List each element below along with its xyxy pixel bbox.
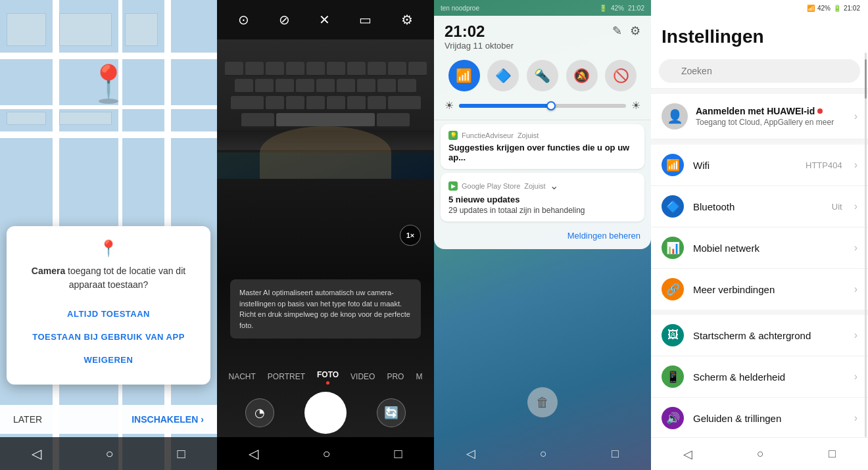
settings-row-bluetooth[interactable]: 🔷 Bluetooth Uit › (651, 186, 868, 227)
settings-section-connectivity: 📶 Wifi HTTP404 › 🔷 Bluetooth Uit › 📊 Mob… (651, 145, 868, 310)
pin-icon: 📍 (89, 66, 128, 97)
back-button[interactable]: ◁ (683, 447, 692, 461)
camera-modes: NACHT PORTRET FOTO VIDEO PRO M (217, 368, 434, 385)
time-date-block: 21:02 Vrijdag 11 oktober (445, 24, 514, 51)
account-avatar: 👤 (662, 103, 688, 129)
settings-section-display: 🖼 Startscherm & achtergrond › 📱 Scherm &… (651, 315, 868, 437)
home-button[interactable]: ○ (105, 446, 113, 461)
edit-icon[interactable]: ✎ (612, 24, 622, 38)
mode-foto-container: FOTO (317, 368, 339, 385)
settings-search-bar: 🔍 (651, 54, 868, 89)
back-button[interactable]: ◁ (466, 446, 475, 461)
settings-row-mobile-network[interactable]: 📊 Mobiel netwerk › (651, 227, 868, 269)
camera-settings-icon[interactable]: ⚙ (401, 12, 413, 28)
search-input[interactable] (659, 59, 860, 83)
status-time: 21:02 (844, 5, 860, 12)
camera-mode-icon[interactable]: ⊙ (238, 12, 249, 28)
ai-tooltip: Master AI optimaliseert automatisch uw c… (230, 279, 421, 339)
camera-ratio-icon[interactable]: ▭ (359, 12, 372, 28)
panel-notifications: ten noodproe 🔋 42% 21:02 21:02 Vrijdag 1… (434, 0, 651, 470)
later-button[interactable]: LATER (13, 414, 42, 425)
allow-when-using-button[interactable]: TOESTAAN BIJ GEBRUIK VAN APP (17, 325, 200, 348)
quick-toggles: 📶 🔷 🔦 🔕 🚫 (434, 56, 651, 95)
header-icons: ✎ ⚙ (612, 24, 640, 38)
homescreen-label: Startscherm & achtergrond (693, 330, 845, 341)
notif-time-1: Zojuist (518, 131, 539, 139)
notif-title-1: Suggesties krijgen over functies die u o… (448, 143, 637, 162)
settings-row-display[interactable]: 📱 Scherm & helderheid › (651, 356, 868, 398)
mobile-network-chevron: › (854, 242, 857, 254)
settings-row-sound[interactable]: 🔊 Geluiden & trillingen › (651, 398, 868, 437)
sound-toggle[interactable]: 🔕 (566, 60, 598, 91)
bluetooth-toggle[interactable]: 🔷 (487, 60, 519, 91)
enable-button[interactable]: INSCHAKELEN › (132, 414, 204, 425)
notif-card-1-header: 💡 FunctieAdviseur Zojuist (448, 131, 637, 140)
mode-pro[interactable]: PRO (387, 372, 404, 381)
notif-title-2: 5 nieuwe updates (448, 195, 637, 204)
back-button[interactable]: ◁ (249, 446, 258, 461)
bluetooth-label: Bluetooth (693, 201, 823, 212)
camera-filter-icon[interactable]: ✕ (319, 12, 330, 28)
notification-time: 21:02 (445, 24, 514, 39)
battery-status: 42% (817, 5, 831, 12)
zoom-badge[interactable]: 1× (400, 225, 421, 246)
manage-notifications-button[interactable]: Meldingen beheren (567, 231, 640, 241)
flip-camera-button[interactable]: 🔄 (377, 398, 406, 427)
mode-more[interactable]: M (416, 372, 422, 381)
recents-button[interactable]: □ (829, 447, 836, 461)
play-store-icon: ▶ (448, 181, 458, 191)
battery-percent: 42% (611, 5, 624, 12)
homescreen-icon: 🖼 (662, 324, 684, 346)
notification-card-1: 💡 FunctieAdviseur Zojuist Suggesties kri… (441, 124, 644, 169)
delete-notifications-icon[interactable]: 🗑 (527, 387, 558, 417)
settings-icon[interactable]: ⚙ (630, 24, 640, 38)
gallery-button[interactable]: ◔ (245, 398, 274, 427)
shutter-button[interactable] (304, 392, 347, 434)
recents-button[interactable]: □ (177, 446, 185, 461)
camera-top-bar: ⊙ ⊘ ✕ ▭ ⚙ (217, 0, 434, 39)
more-connections-icon: 🔗 (662, 278, 684, 300)
more-connections-chevron: › (854, 283, 857, 295)
mobile-network-icon: 📊 (662, 237, 684, 259)
settings-content: Instellingen 🔍 👤 Aanmelden met HUAWEI-id… (651, 16, 868, 437)
bluetooth-value: Uit (832, 202, 842, 212)
notif-time-2: Zojuist (524, 182, 545, 190)
settings-row-homescreen[interactable]: 🖼 Startscherm & achtergrond › (651, 315, 868, 356)
huawei-account-row[interactable]: 👤 Aanmelden met HUAWEI-id Toegang tot Cl… (651, 94, 868, 139)
panel-settings: 📶 42% 🔋 21:02 Instellingen 🔍 👤 Aanmelden… (651, 0, 868, 470)
settings-row-more-connections[interactable]: 🔗 Meer verbindingen › (651, 269, 868, 310)
recents-button[interactable]: □ (394, 446, 402, 461)
mode-nacht[interactable]: NACHT (229, 372, 256, 381)
dialog-location-icon: 📍 (17, 239, 200, 258)
recents-button[interactable]: □ (612, 447, 619, 461)
mode-portret[interactable]: PORTRET (268, 372, 305, 381)
mode-video[interactable]: VIDEO (350, 372, 375, 381)
homescreen-chevron: › (854, 329, 857, 341)
mode-foto[interactable]: FOTO (317, 370, 339, 379)
back-button[interactable]: ◁ (32, 446, 41, 461)
deny-button[interactable]: WEIGEREN (17, 348, 200, 371)
settings-row-wifi[interactable]: 📶 Wifi HTTP404 › (651, 145, 868, 186)
notification-navigation: ◁ ○ □ (434, 437, 651, 470)
always-allow-button[interactable]: ALTIJD TOESTAAN (17, 302, 200, 325)
sound-chevron: › (854, 412, 857, 424)
status-carrier: ten noodproe (441, 5, 479, 12)
settings-navigation: ◁ ○ □ (651, 437, 868, 470)
torch-toggle[interactable]: 🔦 (527, 60, 558, 91)
permission-dialog: 📍 Camera toegang tot de locatie van dit … (7, 226, 210, 385)
display-label: Scherm & helderheid (693, 371, 845, 383)
panel1-footer: LATER INSCHAKELEN › (0, 405, 217, 434)
wifi-toggle[interactable]: 📶 (448, 60, 480, 91)
home-button[interactable]: ○ (540, 447, 547, 461)
wifi-label: Wifi (693, 160, 796, 171)
notification-header: 21:02 Vrijdag 11 oktober ✎ ⚙ (434, 16, 651, 56)
expand-icon[interactable]: ⌄ (550, 179, 558, 192)
notif-card-2-header: ▶ Google Play Store Zojuist ⌄ (448, 179, 637, 192)
camera-flash-icon[interactable]: ⊘ (279, 12, 290, 28)
panel1-navigation: ◁ ○ □ (0, 437, 217, 470)
camera-navigation: ◁ ○ □ (217, 437, 434, 470)
brightness-slider[interactable] (459, 104, 626, 108)
no-disturb-toggle[interactable]: 🚫 (605, 60, 637, 91)
home-button[interactable]: ○ (757, 447, 764, 461)
home-button[interactable]: ○ (322, 446, 330, 461)
